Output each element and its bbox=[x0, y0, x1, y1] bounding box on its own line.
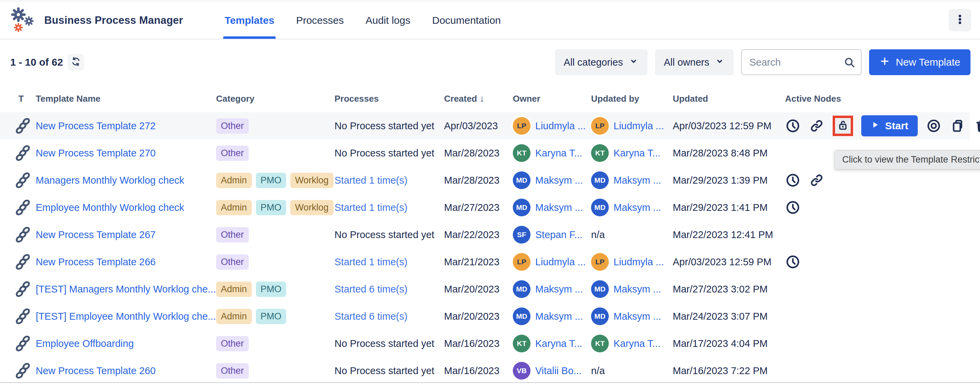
user-name-link[interactable]: Karyna T... bbox=[535, 147, 582, 159]
lock-tooltip: Click to view the Template Restrictions bbox=[834, 150, 980, 170]
more-options-button[interactable] bbox=[949, 9, 971, 31]
processes-started-link[interactable]: Started 1 time(s) bbox=[334, 175, 407, 186]
user-name-link[interactable]: Liudmyla ... bbox=[614, 257, 664, 268]
row-actions bbox=[785, 173, 970, 188]
template-name-link[interactable]: [TEST] Employee Monthly Worklog che... bbox=[36, 311, 216, 322]
link-icon[interactable] bbox=[809, 118, 824, 134]
processes-status-text: No Process started yet bbox=[334, 120, 434, 132]
processes-started-link[interactable]: Started 1 time(s) bbox=[334, 257, 407, 268]
user-name-link[interactable]: Karyna T... bbox=[614, 147, 660, 159]
template-type-workflow-icon bbox=[10, 362, 36, 379]
user-name-link[interactable]: Maksym ... bbox=[535, 284, 583, 295]
user-name-link[interactable]: Liudmyla ... bbox=[614, 120, 664, 132]
user-name-link[interactable]: Liudmyla ... bbox=[535, 120, 585, 132]
unlock-icon bbox=[837, 119, 849, 133]
template-name-link[interactable]: Employee Monthly Worklog check bbox=[36, 202, 184, 213]
category-badge-other: Other bbox=[216, 146, 249, 161]
column-header-template-name[interactable]: Template Name bbox=[36, 93, 216, 104]
user-name-link[interactable]: Vitalii Bo... bbox=[535, 365, 582, 377]
history-icon[interactable] bbox=[785, 254, 801, 270]
user-name-link[interactable]: Maksym ... bbox=[535, 202, 583, 213]
template-name-link[interactable]: Employee Offboarding bbox=[36, 338, 134, 349]
template-type-workflow-icon bbox=[10, 226, 36, 243]
owners-filter-dropdown[interactable]: All owners bbox=[655, 49, 734, 75]
link-icon[interactable] bbox=[809, 173, 824, 188]
column-header-category[interactable]: Category bbox=[216, 93, 334, 104]
table-row: New Process Template 270OtherNo Process … bbox=[0, 139, 970, 166]
processes-started-link[interactable]: Started 1 time(s) bbox=[334, 202, 407, 213]
column-header-t[interactable]: T bbox=[10, 93, 36, 104]
categories-filter-label: All categories bbox=[564, 57, 623, 68]
tab-processes[interactable]: Processes bbox=[285, 2, 355, 39]
avatar: KT bbox=[591, 335, 609, 352]
history-icon[interactable] bbox=[785, 118, 801, 134]
column-header-processes[interactable]: Processes bbox=[334, 93, 444, 104]
created-date: Mar/16/2023 bbox=[444, 338, 500, 349]
template-type-workflow-icon bbox=[10, 253, 36, 270]
not-available-value: n/a bbox=[591, 365, 605, 377]
history-icon[interactable] bbox=[785, 200, 801, 215]
avatar: MD bbox=[591, 171, 609, 189]
avatar: LP bbox=[591, 117, 609, 135]
template-name-link[interactable]: Managers Monthly Worklog check bbox=[36, 175, 184, 186]
user-name-link[interactable]: Stepan F... bbox=[535, 229, 582, 241]
category-cell: Other bbox=[216, 146, 334, 161]
processes-started-link[interactable]: Started 6 time(s) bbox=[334, 284, 407, 295]
template-name-link[interactable]: [TEST] Managers Monthly Worklog che... bbox=[36, 284, 216, 295]
template-name-link[interactable]: New Process Template 260 bbox=[36, 365, 156, 377]
watch-icon[interactable] bbox=[926, 118, 942, 134]
new-template-button[interactable]: New Template bbox=[869, 49, 970, 75]
user-name-link[interactable]: Karyna T... bbox=[535, 338, 582, 349]
column-header-updated[interactable]: Updated bbox=[673, 93, 785, 104]
template-name-link[interactable]: New Process Template 266 bbox=[36, 257, 156, 268]
created-date: Mar/22/2023 bbox=[444, 229, 500, 241]
template-type-workflow-icon bbox=[10, 199, 36, 216]
template-restrictions-button-highlighted[interactable] bbox=[833, 116, 853, 136]
category-badge-pmo: PMO bbox=[256, 173, 286, 188]
category-cell: AdminPMO bbox=[216, 282, 334, 297]
column-header-active-nodes[interactable]: Active Nodes bbox=[785, 93, 970, 104]
avatar: MD bbox=[513, 307, 530, 325]
user-name-link[interactable]: Maksym ... bbox=[614, 284, 661, 295]
template-name-link[interactable]: New Process Template 272 bbox=[36, 120, 156, 132]
copy-icon[interactable] bbox=[950, 118, 966, 134]
refresh-button[interactable] bbox=[68, 54, 84, 70]
column-header-owner[interactable]: Owner bbox=[513, 93, 591, 104]
not-available-value: n/a bbox=[591, 229, 605, 241]
tab-documentation[interactable]: Documentation bbox=[421, 2, 512, 39]
created-date: Mar/28/2023 bbox=[444, 147, 500, 159]
user-name-link[interactable]: Karyna T... bbox=[614, 338, 660, 349]
user-name-link[interactable]: Maksym ... bbox=[614, 202, 661, 213]
tab-audit-logs[interactable]: Audit logs bbox=[355, 2, 421, 39]
user-name-link[interactable]: Maksym ... bbox=[614, 311, 661, 322]
user-name-link[interactable]: Maksym ... bbox=[535, 311, 583, 322]
processes-started-link[interactable]: Started 6 time(s) bbox=[334, 311, 407, 322]
owners-filter-label: All owners bbox=[664, 57, 710, 68]
template-name-link[interactable]: New Process Template 270 bbox=[36, 147, 156, 159]
tab-templates[interactable]: Templates bbox=[214, 2, 285, 39]
category-cell: AdminPMO bbox=[216, 309, 334, 324]
column-header-updated-by[interactable]: Updated by bbox=[591, 93, 673, 104]
user-name-link[interactable]: Maksym ... bbox=[535, 175, 583, 186]
user-cell: KTKaryna T... bbox=[591, 144, 673, 162]
user-name-link[interactable]: Liudmyla ... bbox=[535, 257, 585, 268]
user-name-link[interactable]: Maksym ... bbox=[614, 175, 661, 186]
table-row: [TEST] Employee Monthly Worklog che...Ad… bbox=[0, 303, 970, 330]
categories-filter-dropdown[interactable]: All categories bbox=[555, 49, 648, 75]
avatar: LP bbox=[513, 117, 530, 135]
template-name-link[interactable]: New Process Template 267 bbox=[36, 229, 156, 241]
template-type-workflow-icon bbox=[10, 172, 36, 189]
history-icon[interactable] bbox=[785, 173, 801, 188]
avatar: SF bbox=[513, 226, 530, 244]
search-icon bbox=[843, 55, 856, 70]
trash-icon[interactable] bbox=[974, 118, 980, 134]
user-cell: KTKaryna T... bbox=[513, 144, 591, 162]
updated-datetime: Apr/03/2023 12:59 PM bbox=[673, 257, 772, 268]
start-process-button[interactable]: Start bbox=[861, 115, 918, 136]
updated-datetime: Mar/29/2023 1:41 PM bbox=[673, 202, 768, 213]
sort-down-icon: ↓ bbox=[480, 93, 485, 104]
chevron-down-icon bbox=[628, 56, 639, 69]
column-header-created[interactable]: Created↓ bbox=[444, 93, 513, 104]
category-badge-other: Other bbox=[216, 118, 249, 134]
category-badge-pmo: PMO bbox=[256, 282, 286, 297]
